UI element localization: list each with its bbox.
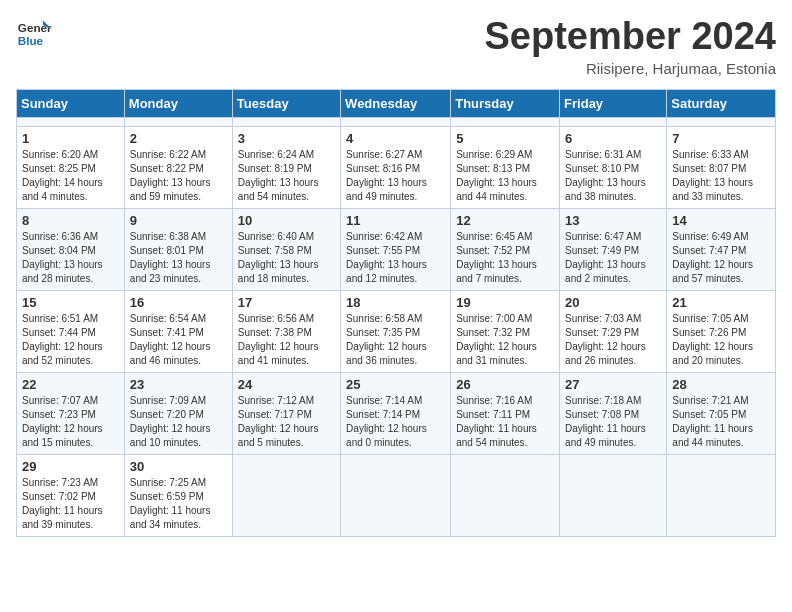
day-detail: Sunrise: 6:45 AM Sunset: 7:52 PM Dayligh… bbox=[456, 230, 554, 286]
calendar-cell: 12Sunrise: 6:45 AM Sunset: 7:52 PM Dayli… bbox=[451, 208, 560, 290]
day-detail: Sunrise: 6:20 AM Sunset: 8:25 PM Dayligh… bbox=[22, 148, 119, 204]
calendar-week-row bbox=[17, 117, 776, 126]
day-number: 2 bbox=[130, 131, 227, 146]
weekday-header: Saturday bbox=[667, 89, 776, 117]
day-number: 4 bbox=[346, 131, 445, 146]
calendar-cell bbox=[17, 117, 125, 126]
calendar-cell: 1Sunrise: 6:20 AM Sunset: 8:25 PM Daylig… bbox=[17, 126, 125, 208]
calendar-cell: 19Sunrise: 7:00 AM Sunset: 7:32 PM Dayli… bbox=[451, 290, 560, 372]
calendar-cell: 15Sunrise: 6:51 AM Sunset: 7:44 PM Dayli… bbox=[17, 290, 125, 372]
calendar-cell: 30Sunrise: 7:25 AM Sunset: 6:59 PM Dayli… bbox=[124, 454, 232, 536]
calendar-cell bbox=[451, 117, 560, 126]
calendar-cell bbox=[451, 454, 560, 536]
day-number: 12 bbox=[456, 213, 554, 228]
calendar-cell: 7Sunrise: 6:33 AM Sunset: 8:07 PM Daylig… bbox=[667, 126, 776, 208]
calendar-cell bbox=[667, 454, 776, 536]
month-title: September 2024 bbox=[485, 16, 777, 58]
day-detail: Sunrise: 7:21 AM Sunset: 7:05 PM Dayligh… bbox=[672, 394, 770, 450]
day-detail: Sunrise: 6:29 AM Sunset: 8:13 PM Dayligh… bbox=[456, 148, 554, 204]
calendar-cell: 3Sunrise: 6:24 AM Sunset: 8:19 PM Daylig… bbox=[232, 126, 340, 208]
day-number: 19 bbox=[456, 295, 554, 310]
calendar-cell: 10Sunrise: 6:40 AM Sunset: 7:58 PM Dayli… bbox=[232, 208, 340, 290]
day-number: 29 bbox=[22, 459, 119, 474]
day-number: 22 bbox=[22, 377, 119, 392]
day-number: 17 bbox=[238, 295, 335, 310]
day-detail: Sunrise: 7:05 AM Sunset: 7:26 PM Dayligh… bbox=[672, 312, 770, 368]
calendar-cell: 23Sunrise: 7:09 AM Sunset: 7:20 PM Dayli… bbox=[124, 372, 232, 454]
calendar-header-row: SundayMondayTuesdayWednesdayThursdayFrid… bbox=[17, 89, 776, 117]
calendar-cell bbox=[560, 454, 667, 536]
location: Riisipere, Harjumaa, Estonia bbox=[485, 60, 777, 77]
day-number: 16 bbox=[130, 295, 227, 310]
svg-text:General: General bbox=[18, 21, 52, 34]
calendar-cell: 16Sunrise: 6:54 AM Sunset: 7:41 PM Dayli… bbox=[124, 290, 232, 372]
logo-icon: General Blue bbox=[16, 16, 52, 52]
day-number: 1 bbox=[22, 131, 119, 146]
day-number: 9 bbox=[130, 213, 227, 228]
calendar-cell bbox=[341, 454, 451, 536]
calendar-cell: 28Sunrise: 7:21 AM Sunset: 7:05 PM Dayli… bbox=[667, 372, 776, 454]
day-number: 3 bbox=[238, 131, 335, 146]
day-number: 13 bbox=[565, 213, 661, 228]
day-detail: Sunrise: 7:18 AM Sunset: 7:08 PM Dayligh… bbox=[565, 394, 661, 450]
day-detail: Sunrise: 6:36 AM Sunset: 8:04 PM Dayligh… bbox=[22, 230, 119, 286]
day-number: 14 bbox=[672, 213, 770, 228]
calendar-cell: 27Sunrise: 7:18 AM Sunset: 7:08 PM Dayli… bbox=[560, 372, 667, 454]
weekday-header: Sunday bbox=[17, 89, 125, 117]
logo: General Blue bbox=[16, 16, 52, 52]
day-detail: Sunrise: 7:00 AM Sunset: 7:32 PM Dayligh… bbox=[456, 312, 554, 368]
svg-text:Blue: Blue bbox=[18, 34, 44, 47]
weekday-header: Wednesday bbox=[341, 89, 451, 117]
day-number: 6 bbox=[565, 131, 661, 146]
day-number: 18 bbox=[346, 295, 445, 310]
day-detail: Sunrise: 6:49 AM Sunset: 7:47 PM Dayligh… bbox=[672, 230, 770, 286]
calendar-cell: 21Sunrise: 7:05 AM Sunset: 7:26 PM Dayli… bbox=[667, 290, 776, 372]
calendar-cell: 2Sunrise: 6:22 AM Sunset: 8:22 PM Daylig… bbox=[124, 126, 232, 208]
calendar-cell: 13Sunrise: 6:47 AM Sunset: 7:49 PM Dayli… bbox=[560, 208, 667, 290]
day-number: 20 bbox=[565, 295, 661, 310]
calendar-cell bbox=[667, 117, 776, 126]
page-header: General Blue September 2024 Riisipere, H… bbox=[16, 16, 776, 77]
day-number: 25 bbox=[346, 377, 445, 392]
day-detail: Sunrise: 6:54 AM Sunset: 7:41 PM Dayligh… bbox=[130, 312, 227, 368]
day-detail: Sunrise: 6:24 AM Sunset: 8:19 PM Dayligh… bbox=[238, 148, 335, 204]
day-detail: Sunrise: 7:07 AM Sunset: 7:23 PM Dayligh… bbox=[22, 394, 119, 450]
day-detail: Sunrise: 7:23 AM Sunset: 7:02 PM Dayligh… bbox=[22, 476, 119, 532]
day-detail: Sunrise: 7:25 AM Sunset: 6:59 PM Dayligh… bbox=[130, 476, 227, 532]
calendar-week-row: 29Sunrise: 7:23 AM Sunset: 7:02 PM Dayli… bbox=[17, 454, 776, 536]
day-detail: Sunrise: 7:03 AM Sunset: 7:29 PM Dayligh… bbox=[565, 312, 661, 368]
weekday-header: Friday bbox=[560, 89, 667, 117]
calendar-table: SundayMondayTuesdayWednesdayThursdayFrid… bbox=[16, 89, 776, 537]
day-detail: Sunrise: 6:51 AM Sunset: 7:44 PM Dayligh… bbox=[22, 312, 119, 368]
day-detail: Sunrise: 6:42 AM Sunset: 7:55 PM Dayligh… bbox=[346, 230, 445, 286]
calendar-cell bbox=[124, 117, 232, 126]
calendar-week-row: 8Sunrise: 6:36 AM Sunset: 8:04 PM Daylig… bbox=[17, 208, 776, 290]
day-detail: Sunrise: 6:58 AM Sunset: 7:35 PM Dayligh… bbox=[346, 312, 445, 368]
day-number: 30 bbox=[130, 459, 227, 474]
calendar-week-row: 1Sunrise: 6:20 AM Sunset: 8:25 PM Daylig… bbox=[17, 126, 776, 208]
day-number: 21 bbox=[672, 295, 770, 310]
day-number: 15 bbox=[22, 295, 119, 310]
day-detail: Sunrise: 7:14 AM Sunset: 7:14 PM Dayligh… bbox=[346, 394, 445, 450]
weekday-header: Thursday bbox=[451, 89, 560, 117]
day-detail: Sunrise: 7:16 AM Sunset: 7:11 PM Dayligh… bbox=[456, 394, 554, 450]
day-detail: Sunrise: 7:12 AM Sunset: 7:17 PM Dayligh… bbox=[238, 394, 335, 450]
title-block: September 2024 Riisipere, Harjumaa, Esto… bbox=[485, 16, 777, 77]
day-number: 23 bbox=[130, 377, 227, 392]
day-number: 27 bbox=[565, 377, 661, 392]
day-detail: Sunrise: 7:09 AM Sunset: 7:20 PM Dayligh… bbox=[130, 394, 227, 450]
calendar-cell: 18Sunrise: 6:58 AM Sunset: 7:35 PM Dayli… bbox=[341, 290, 451, 372]
day-detail: Sunrise: 6:22 AM Sunset: 8:22 PM Dayligh… bbox=[130, 148, 227, 204]
day-number: 7 bbox=[672, 131, 770, 146]
calendar-cell: 5Sunrise: 6:29 AM Sunset: 8:13 PM Daylig… bbox=[451, 126, 560, 208]
day-number: 8 bbox=[22, 213, 119, 228]
day-detail: Sunrise: 6:40 AM Sunset: 7:58 PM Dayligh… bbox=[238, 230, 335, 286]
day-number: 10 bbox=[238, 213, 335, 228]
calendar-cell bbox=[341, 117, 451, 126]
calendar-cell bbox=[232, 454, 340, 536]
calendar-cell bbox=[560, 117, 667, 126]
weekday-header: Monday bbox=[124, 89, 232, 117]
day-detail: Sunrise: 6:56 AM Sunset: 7:38 PM Dayligh… bbox=[238, 312, 335, 368]
day-number: 28 bbox=[672, 377, 770, 392]
calendar-week-row: 15Sunrise: 6:51 AM Sunset: 7:44 PM Dayli… bbox=[17, 290, 776, 372]
